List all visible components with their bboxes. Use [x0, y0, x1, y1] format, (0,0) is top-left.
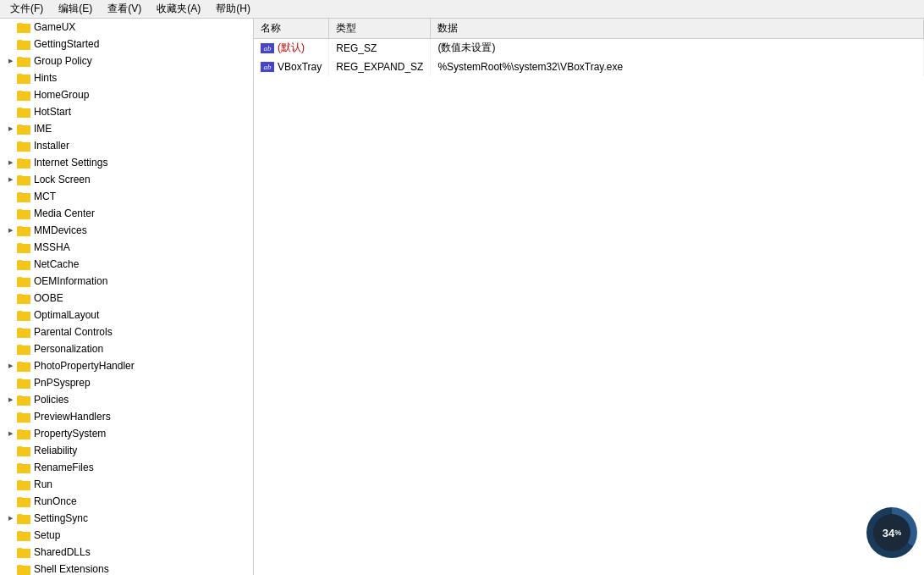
tree-item[interactable]: Shell Extensions	[0, 561, 253, 575]
tree-expander	[3, 342, 17, 356]
tree-item[interactable]: Policies	[0, 391, 253, 408]
tree-expander	[3, 562, 17, 575]
tree-item[interactable]: MCT	[0, 188, 253, 205]
tree-item[interactable]: PnPSysprep	[0, 374, 253, 391]
tree-item[interactable]: OOBE	[0, 290, 253, 307]
folder-icon	[17, 207, 30, 219]
tree-item[interactable]: MSSHA	[0, 239, 253, 256]
folder-icon	[17, 394, 30, 406]
tree-expander[interactable]	[3, 173, 17, 186]
menu-file[interactable]: 文件(F)	[3, 0, 50, 18]
tree-item[interactable]: RunOnce	[0, 493, 253, 510]
tree-item[interactable]: Parental Controls	[0, 323, 253, 340]
tree-scroll[interactable]: GameUXGettingStartedGroup PolicyHintsHom…	[0, 19, 253, 575]
table-row[interactable]: abVBoxTrayREG_EXPAND_SZ%SystemRoot%\syst…	[254, 58, 924, 76]
tree-label: Personalization	[34, 343, 103, 355]
tree-panel: GameUXGettingStartedGroup PolicyHintsHom…	[0, 19, 254, 575]
folder-icon	[17, 309, 30, 321]
folder-icon	[17, 191, 30, 202]
tree-item[interactable]: Hints	[0, 69, 253, 86]
tree-item[interactable]: SettingSync	[0, 510, 253, 527]
col-name[interactable]: 名称	[254, 19, 329, 39]
folder-icon	[17, 411, 30, 423]
tree-item[interactable]: GameUX	[0, 19, 253, 36]
tree-label: RenameFiles	[34, 462, 94, 473]
tree-label: SharedDLLs	[34, 546, 91, 558]
tree-label: MMDevices	[34, 224, 87, 236]
tree-item[interactable]: RenameFiles	[0, 459, 253, 476]
progress-number: 34	[883, 527, 894, 539]
tree-item[interactable]: Personalization	[0, 340, 253, 357]
folder-icon	[17, 462, 30, 473]
tree-item[interactable]: PhotoPropertyHandler	[0, 357, 253, 374]
menu-view[interactable]: 查看(V)	[101, 0, 148, 18]
tree-expander[interactable]	[3, 511, 17, 525]
tree-expander[interactable]	[3, 359, 17, 373]
tree-item[interactable]: Setup	[0, 527, 253, 544]
reg-type-cell: REG_EXPAND_SZ	[329, 58, 431, 76]
tree-item[interactable]: GettingStarted	[0, 36, 253, 53]
tree-item[interactable]: Group Policy	[0, 53, 253, 69]
tree-expander[interactable]	[3, 54, 17, 68]
progress-overlay: 34%	[866, 507, 917, 558]
tree-expander[interactable]	[3, 224, 17, 237]
tree-item[interactable]: HomeGroup	[0, 86, 253, 103]
tree-expander	[3, 528, 17, 542]
reg-data-cell: (数值未设置)	[431, 39, 924, 58]
tree-item[interactable]: MMDevices	[0, 222, 253, 239]
tree-item[interactable]: PropertySystem	[0, 425, 253, 442]
tree-item[interactable]: Internet Settings	[0, 154, 253, 171]
reg-type-cell: REG_SZ	[329, 39, 431, 58]
menu-help[interactable]: 帮助(H)	[209, 0, 257, 18]
tree-expander	[3, 545, 17, 559]
tree-item[interactable]: Run	[0, 476, 253, 493]
folder-icon	[17, 72, 30, 84]
tree-label: NetCache	[34, 258, 79, 270]
tree-item[interactable]: SharedDLLs	[0, 544, 253, 561]
folder-icon	[17, 140, 30, 152]
folder-icon	[17, 326, 30, 338]
tree-expander[interactable]	[3, 156, 17, 169]
folder-icon	[17, 258, 30, 270]
tree-item[interactable]: Lock Screen	[0, 171, 253, 188]
tree-item[interactable]: Reliability	[0, 442, 253, 459]
tree-label: IME	[34, 123, 52, 135]
table-row[interactable]: ab(默认)REG_SZ(数值未设置)	[254, 39, 924, 58]
tree-item[interactable]: OptimalLayout	[0, 307, 253, 323]
tree-item[interactable]: HotStart	[0, 103, 253, 120]
tree-item[interactable]: PreviewHandlers	[0, 408, 253, 425]
tree-label: Run	[34, 478, 52, 490]
tree-item[interactable]: NetCache	[0, 256, 253, 273]
menu-bar: 文件(F) 编辑(E) 查看(V) 收藏夹(A) 帮助(H)	[0, 0, 924, 19]
tree-expander	[3, 274, 17, 288]
folder-icon	[17, 123, 30, 135]
reg-type-icon: ab	[261, 43, 274, 53]
tree-item[interactable]: Installer	[0, 137, 253, 154]
folder-icon	[17, 292, 30, 304]
main-container: GameUXGettingStartedGroup PolicyHintsHom…	[0, 19, 924, 575]
menu-edit[interactable]: 编辑(E)	[52, 0, 99, 18]
progress-circle: 34%	[866, 507, 917, 558]
folder-icon	[17, 38, 30, 50]
tree-item[interactable]: IME	[0, 120, 253, 137]
tree-label: Lock Screen	[34, 174, 91, 185]
tree-item[interactable]: Media Center	[0, 205, 253, 222]
tree-expander	[3, 190, 17, 203]
tree-expander[interactable]	[3, 427, 17, 440]
tree-expander	[3, 410, 17, 423]
col-data[interactable]: 数据	[431, 19, 924, 39]
tree-expander[interactable]	[3, 393, 17, 406]
table-header-row: 名称 类型 数据	[254, 19, 924, 39]
folder-icon	[17, 174, 30, 185]
tree-expander[interactable]	[3, 122, 17, 135]
folder-icon	[17, 478, 30, 490]
folder-icon	[17, 55, 30, 67]
col-type[interactable]: 类型	[329, 19, 431, 39]
tree-item[interactable]: OEMInformation	[0, 273, 253, 290]
tree-label: OOBE	[34, 292, 63, 304]
menu-favorites[interactable]: 收藏夹(A)	[150, 0, 207, 18]
registry-table: 名称 类型 数据 ab(默认)REG_SZ(数值未设置)abVBoxTrayRE…	[254, 19, 924, 76]
tree-label: Shell Extensions	[34, 563, 109, 575]
tree-label: Policies	[34, 394, 69, 406]
tree-expander	[3, 291, 17, 305]
